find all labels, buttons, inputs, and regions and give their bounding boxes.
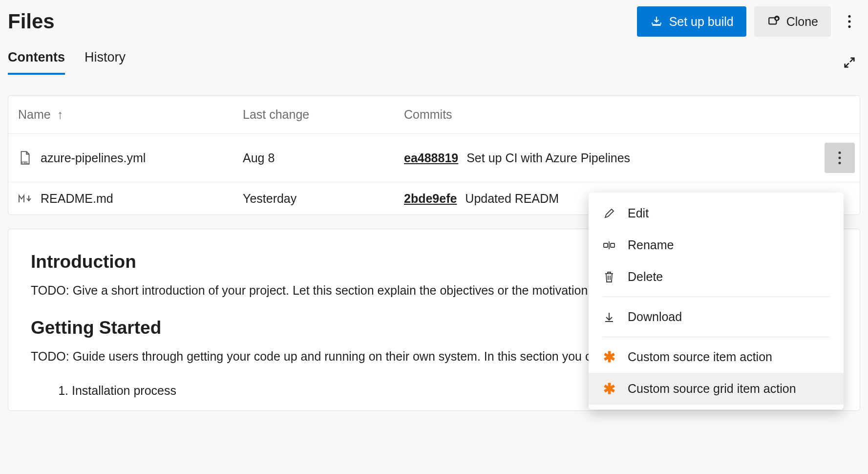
svg-point-2 [848, 15, 850, 18]
fullscreen-icon [843, 56, 856, 69]
svg-rect-10 [611, 243, 614, 247]
tabs-row: Contents History [0, 50, 868, 75]
menu-item-rename[interactable]: Rename [589, 229, 844, 261]
col-last-change[interactable]: Last change [233, 96, 394, 134]
menu-label: Custom source item action [628, 350, 772, 364]
edit-icon [602, 207, 616, 220]
commit-hash-link[interactable]: 2bde9efe [404, 192, 457, 205]
md-file-icon [18, 191, 32, 206]
clone-button[interactable]: Clone [754, 6, 831, 37]
download-icon [602, 310, 616, 324]
menu-item-delete[interactable]: Delete [589, 261, 844, 293]
menu-item-download[interactable]: Download [589, 301, 844, 333]
file-name-cell: YML azure-pipelines.yml [18, 151, 223, 165]
sort-asc-icon: ↑ [57, 108, 64, 121]
svg-point-4 [848, 25, 850, 28]
table-header-row: Name ↑ Last change Commits [8, 96, 860, 134]
clone-label: Clone [786, 15, 818, 29]
tab-contents[interactable]: Contents [8, 50, 65, 75]
row-more-actions-button[interactable] [825, 143, 855, 173]
commit-message: Updated READM [465, 192, 559, 205]
last-change: Yesterday [233, 182, 394, 215]
kebab-icon [838, 151, 842, 165]
more-actions-button[interactable] [839, 11, 860, 32]
star-icon: ✱ [602, 382, 616, 396]
menu-item-custom-source[interactable]: ✱ Custom source item action [589, 341, 844, 373]
last-change: Aug 8 [233, 134, 394, 182]
rename-icon [602, 238, 616, 252]
col-commits[interactable]: Commits [394, 96, 815, 134]
file-name: azure-pipelines.yml [41, 151, 146, 165]
context-menu: Edit Rename Delete Download [589, 193, 844, 409]
col-name-label: Name [18, 108, 51, 121]
menu-separator [602, 297, 830, 297]
menu-label: Edit [628, 206, 649, 220]
svg-point-6 [838, 151, 841, 154]
table-row[interactable]: YML azure-pipelines.yml Aug 8 ea488819 S… [8, 134, 860, 182]
fullscreen-button[interactable] [839, 52, 860, 73]
tab-history[interactable]: History [85, 50, 126, 75]
commit-hash-link[interactable]: ea488819 [404, 151, 458, 165]
svg-point-7 [838, 156, 841, 159]
svg-text:YML: YML [21, 160, 29, 165]
commit-message: Set up CI with Azure Pipelines [466, 151, 630, 165]
delete-icon [602, 270, 616, 284]
file-name: README.md [41, 192, 113, 206]
svg-rect-9 [604, 243, 608, 247]
commit-cell: ea488819 Set up CI with Azure Pipelines [394, 134, 815, 182]
star-icon: ✱ [602, 350, 616, 364]
yml-file-icon: YML [18, 151, 32, 165]
page-header: Files Set up build Clone [0, 0, 868, 38]
page-title: Files [8, 10, 55, 33]
menu-item-edit[interactable]: Edit [589, 197, 844, 229]
col-name[interactable]: Name ↑ [8, 96, 233, 134]
setup-build-label: Set up build [669, 15, 734, 29]
setup-build-button[interactable]: Set up build [637, 6, 746, 37]
header-actions: Set up build Clone [637, 6, 860, 37]
svg-point-8 [838, 162, 841, 164]
menu-item-custom-source-grid[interactable]: ✱ Custom source grid item action [589, 373, 844, 405]
clone-icon [767, 15, 781, 28]
menu-label: Custom source grid item action [628, 382, 796, 396]
svg-point-3 [848, 20, 850, 22]
tabs: Contents History [8, 50, 126, 75]
menu-label: Rename [628, 238, 674, 252]
menu-separator [602, 337, 830, 337]
menu-label: Delete [628, 270, 663, 284]
kebab-icon [847, 15, 851, 28]
build-icon [650, 15, 663, 28]
menu-label: Download [628, 310, 682, 324]
file-name-cell: README.md [18, 191, 223, 206]
